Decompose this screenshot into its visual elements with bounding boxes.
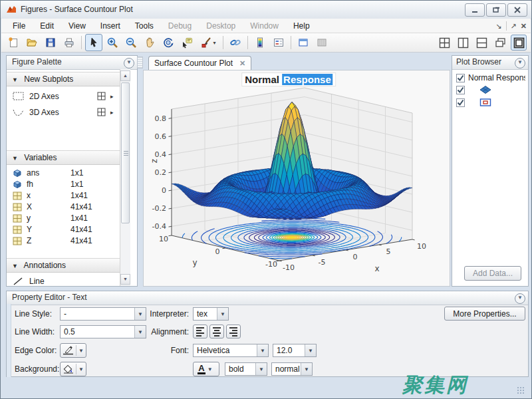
variable-row-ans[interactable]: ans 1x1 — [7, 167, 120, 178]
section-new-subplots[interactable]: ▼ New Subplots — [7, 72, 120, 86]
figure-palette-menu-button[interactable]: ▼ — [124, 58, 134, 68]
link-plot-button[interactable] — [227, 34, 244, 51]
menubar-close-icon[interactable]: ✕ — [521, 22, 527, 31]
palette-item-label: 2D Axes — [29, 92, 59, 101]
new-figure-button[interactable] — [5, 34, 22, 51]
tab-surface-contour-plot[interactable]: Surface Countour Plot ✕ — [148, 56, 251, 70]
variable-size: 1x1 — [70, 180, 83, 189]
undock-arrow-icon[interactable]: ↗ — [511, 22, 517, 31]
menu-help[interactable]: Help — [286, 19, 317, 33]
variable-row-y[interactable]: y 1x41 — [7, 212, 120, 223]
subplot-grid-icon[interactable] — [97, 92, 106, 101]
align-left-button[interactable] — [193, 325, 207, 338]
font-size-combobox[interactable]: 12.0 ▼ — [273, 344, 317, 357]
zoom-in-button[interactable] — [104, 34, 121, 51]
layout-split-horizontal-button[interactable] — [473, 35, 489, 51]
surface-marker-icon — [479, 85, 491, 94]
tab-close-icon[interactable]: ✕ — [239, 59, 245, 68]
menu-view[interactable]: View — [61, 19, 93, 33]
edit-plot-button[interactable] — [85, 34, 102, 51]
variable-row-X[interactable]: X 41x41 — [7, 201, 120, 212]
menu-tools[interactable]: Tools — [128, 19, 161, 33]
dock-arrow-icon[interactable]: ↘ — [495, 22, 501, 31]
more-properties-button[interactable]: More Properties... — [444, 307, 525, 321]
menu-edit[interactable]: Edit — [33, 19, 61, 33]
scroll-up-icon[interactable]: ▲ — [120, 70, 130, 81]
add-data-button[interactable]: Add Data... — [464, 266, 521, 281]
brush-dropdown-arrow-icon[interactable]: ▾ — [213, 40, 215, 46]
figure-canvas[interactable]: -10-50510-10010-0.4-0.200.20.40.60.8xyz … — [143, 70, 450, 287]
variable-row-Z[interactable]: Z 41x41 — [7, 235, 120, 246]
subplot-grid-icon[interactable] — [97, 108, 106, 117]
line-width-combobox[interactable]: 0.5 ▼ — [60, 325, 146, 338]
data-cursor-button[interactable] — [178, 34, 196, 51]
section-variables[interactable]: ▼ Variables — [7, 150, 120, 165]
close-button[interactable] — [507, 3, 527, 17]
plot-title[interactable]: Normal Response — [241, 72, 336, 86]
chevron-down-icon: ▼ — [205, 366, 215, 372]
minimize-button[interactable] — [465, 3, 485, 17]
svg-text:z: z — [150, 159, 159, 163]
layout-split-vertical-button[interactable] — [455, 35, 471, 51]
menu-file[interactable]: File — [5, 19, 33, 33]
plot-browser-item-contour[interactable] — [456, 98, 491, 107]
variable-row-x[interactable]: x 1x41 — [7, 190, 120, 201]
align-right-button[interactable] — [226, 325, 241, 338]
svg-text:0.2: 0.2 — [155, 168, 167, 177]
scroll-down-icon[interactable]: ▼ — [120, 274, 130, 285]
edge-color-button[interactable]: ▼ — [60, 343, 86, 358]
layout-maximized-button[interactable] — [511, 35, 527, 51]
restore-button[interactable] — [486, 3, 506, 17]
tabbar-grip[interactable] — [137, 57, 143, 68]
plot-browser-item-surface[interactable] — [456, 85, 491, 94]
line-style-combobox[interactable]: - ▼ — [60, 307, 146, 321]
interpreter-combobox[interactable]: tex ▼ — [193, 307, 229, 321]
pan-button[interactable] — [141, 34, 158, 51]
figure-palette-header: Figure Palette ▼ — [7, 56, 137, 70]
checkbox-checked-icon[interactable] — [456, 74, 465, 82]
palette-item-3d-axes[interactable]: 3D Axes ▸ — [7, 105, 120, 120]
align-center-button[interactable] — [209, 325, 224, 338]
palette-item-2d-axes[interactable]: 2D Axes ▸ — [7, 89, 120, 104]
save-figure-button[interactable] — [42, 34, 59, 51]
font-weight-combobox[interactable]: bold ▼ — [225, 362, 267, 376]
layout-float-button[interactable] — [492, 35, 508, 51]
rotate-3d-button[interactable] — [160, 34, 177, 51]
insert-colorbar-button[interactable] — [251, 34, 269, 51]
menu-desktop: Desktop — [199, 19, 243, 33]
expand-arrow-icon[interactable]: ▸ — [110, 93, 114, 100]
background-color-button[interactable]: ▼ — [60, 362, 86, 376]
layout-split-horizontal-icon — [476, 37, 487, 49]
figure-palette-scrollbar[interactable]: ▲ ▼ — [120, 69, 130, 286]
layout-grid-2x2-button[interactable] — [436, 35, 452, 51]
open-file-button[interactable] — [23, 34, 41, 51]
expand-arrow-icon[interactable]: ▸ — [110, 109, 114, 116]
resize-grip[interactable] — [517, 386, 525, 394]
interpreter-value: tex — [194, 308, 217, 320]
scrollbar-thumb[interactable] — [121, 82, 130, 223]
plot-browser-item-figure[interactable]: Normal Response — [456, 73, 525, 82]
checkbox-checked-icon[interactable] — [456, 98, 465, 107]
hide-plot-tools-button[interactable] — [295, 34, 312, 51]
insert-colorbar-icon — [254, 37, 266, 49]
variable-row-fh[interactable]: fh 1x1 — [7, 178, 120, 190]
section-annotations[interactable]: ▼ Annotations — [7, 258, 120, 273]
font-color-button[interactable]: A ▼ — [193, 362, 219, 376]
variable-name: X — [27, 202, 32, 211]
print-figure-button[interactable] — [61, 34, 78, 51]
annotation-item-line[interactable]: Line — [7, 274, 120, 286]
font-angle-combobox[interactable]: normal ▼ — [271, 362, 313, 376]
checkbox-checked-icon[interactable] — [456, 86, 465, 94]
menu-insert[interactable]: Insert — [93, 19, 128, 33]
brush-data-button[interactable]: ▾ — [197, 34, 219, 51]
toolbar-separator — [247, 36, 248, 49]
property-editor-menu-button[interactable]: ▼ — [515, 293, 525, 304]
font-family-combobox[interactable]: Helvetica ▼ — [193, 344, 269, 357]
plot-browser-menu-button[interactable]: ▼ — [515, 58, 525, 68]
title-bar[interactable]: Figures - Surface Countour Plot — [1, 1, 531, 19]
variable-row-Y[interactable]: Y 41x41 — [7, 223, 120, 235]
surface-contour-plot[interactable]: -10-50510-10010-0.4-0.200.20.40.60.8xyz — [144, 70, 451, 287]
insert-legend-button[interactable] — [270, 34, 287, 51]
edge-color-pen-icon — [62, 345, 75, 356]
zoom-out-button[interactable] — [122, 34, 140, 51]
